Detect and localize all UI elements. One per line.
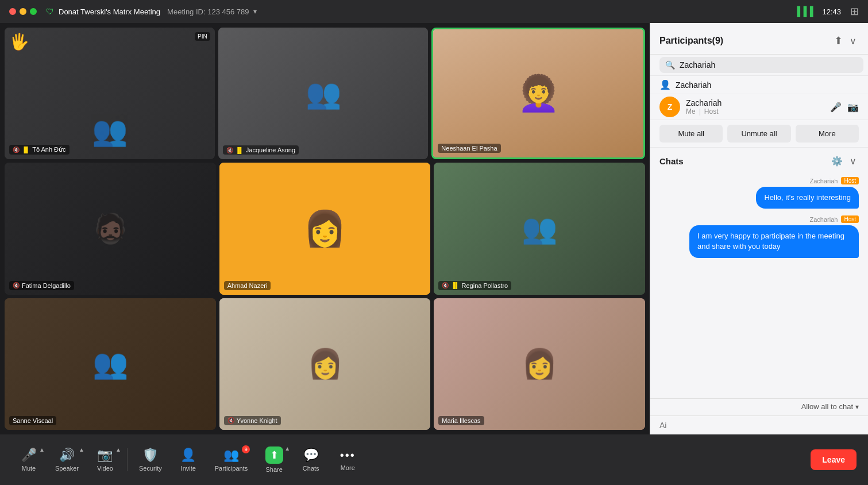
participant-name-tag: 🔇 ▐▌ Regina Pollastro	[438, 281, 511, 290]
collapse-participants-button[interactable]: ∨	[847, 33, 859, 49]
mic-icon: 🎤	[21, 448, 37, 463]
toolbar-video[interactable]: 📷 Video ▲	[88, 443, 122, 476]
participants-icon: 👥	[223, 448, 239, 463]
video-cell-fatima[interactable]: 🧔🏿 🔇 Fatima Delgadillo	[5, 163, 216, 294]
camera-icon: 📷	[97, 448, 113, 463]
toolbar-security[interactable]: 🛡️ Security	[132, 443, 169, 476]
host-badge: Host	[841, 177, 859, 184]
participant-name-tag: Ahmad Nazeri	[224, 281, 271, 290]
titlebar-right: ▐▐▐ 12:43 ⊞	[793, 5, 859, 18]
host-name: Zachariah	[686, 98, 824, 107]
video-cell-sanne[interactable]: 👥 Sanne Viscaal	[5, 298, 216, 430]
chats-label: Chats	[303, 465, 319, 472]
fullscreen-button[interactable]	[30, 8, 37, 15]
search-icon: 🔍	[665, 60, 675, 70]
video-row-3: 👥 Sanne Viscaal 👩 🔇 Yvonne Knight	[5, 298, 645, 430]
meeting-id: Meeting ID: 123 456 789	[167, 7, 249, 16]
participant-name: Regina Pollastro	[462, 282, 508, 289]
chat-input-area	[650, 415, 868, 434]
meeting-title-area: 🛡 Donat Twerski's Matrx Meeting Meeting …	[46, 7, 257, 16]
chevron-up-icon[interactable]: ▲	[39, 446, 45, 453]
speaker-icon: 🔊	[59, 448, 75, 463]
invite-icon: 👤	[180, 448, 196, 463]
video-cell-neeshaan[interactable]: 👩‍🦱 Neeshaan El Pasha	[431, 28, 645, 159]
toolbar-more[interactable]: ••• More	[330, 444, 365, 476]
video-grid: 👥 🖐 PIN 🔇 ▐▌ Tô Anh Đức 👥 🔇 ▐▌	[0, 23, 650, 434]
participants-title: Participants(9)	[659, 36, 830, 46]
mute-label: Mute	[22, 465, 36, 472]
more-label: More	[341, 464, 355, 471]
chats-title: Chats	[659, 156, 831, 166]
video-row-2: 🧔🏿 🔇 Fatima Delgadillo 👩 Ahmad Nazeri	[5, 163, 645, 294]
host-avatar: Z	[659, 97, 680, 117]
participant-name: Yvonne Knight	[237, 417, 277, 424]
collapse-chats-button[interactable]: ∨	[847, 153, 859, 169]
participant-name-tag: 🔇 Yvonne Knight	[224, 416, 281, 425]
video-cell-jacqueline[interactable]: 👥 🔇 ▐▌ Jacqueline Asong	[218, 28, 429, 159]
video-cell-yvonne[interactable]: 👩 🔇 Yvonne Knight	[219, 298, 431, 430]
muted-icon: 🔇	[13, 282, 20, 288]
shield-icon: 🛡	[46, 7, 54, 16]
video-cell-regina[interactable]: 👥 🔇 ▐▌ Regina Pollastro	[434, 163, 645, 294]
signal-icon: ▐▐▐	[793, 6, 813, 17]
host-participant-item: Z Zachariah Me | Host 🎤 📷	[650, 94, 868, 120]
muted-icon: 🔇	[227, 417, 234, 424]
toolbar-chats[interactable]: 💬 Chats	[294, 443, 328, 476]
leave-button[interactable]: Leave	[811, 449, 857, 470]
participants-badge: 9	[242, 445, 250, 453]
participant-name: Maria Illescas	[442, 417, 480, 424]
allow-chat-area: Allow all to chat ▾	[650, 398, 868, 415]
meeting-name: Donat Twerski's Matrx Meeting	[59, 7, 160, 16]
sidebar: Participants(9) ⬆ ∨ 🔍 👤 Zachariah Z Zach…	[650, 23, 868, 434]
chat-sender-1: Zachariah Host	[810, 177, 859, 184]
participants-more-button[interactable]: More	[796, 125, 859, 143]
more-icon: •••	[340, 449, 356, 462]
video-cell-to-anh-duc[interactable]: 👥 🖐 PIN 🔇 ▐▌ Tô Anh Đức	[5, 28, 215, 159]
video-cell-maria[interactable]: 👩 Maria Illescas	[434, 298, 645, 430]
grid-icon[interactable]: ⊞	[850, 5, 859, 18]
participant-name-tag: 🔇 ▐▌ Tô Anh Đức	[9, 145, 70, 155]
toolbar-share[interactable]: ⬆ Share ▲	[257, 442, 291, 478]
video-label: Video	[97, 465, 113, 472]
chat-input[interactable]	[659, 421, 859, 430]
participant-name: Ahmad Nazeri	[227, 282, 268, 289]
chat-message-2: Zachariah Host I am very happy to partic…	[659, 215, 859, 257]
search-input[interactable]	[680, 60, 858, 70]
camera-icon[interactable]: 📷	[847, 102, 859, 113]
minimize-button[interactable]	[20, 8, 26, 15]
unmute-all-button[interactable]: Unmute all	[727, 125, 790, 143]
shield-icon: 🛡️	[142, 448, 158, 463]
speaker-label: Speaker	[55, 465, 79, 472]
participant-name-tag: Maria Illescas	[438, 416, 484, 425]
share-button[interactable]: ⬆	[830, 32, 847, 49]
toolbar-speaker[interactable]: 🔊 Speaker ▲	[48, 443, 86, 476]
chevron-up-icon[interactable]: ▲	[79, 446, 84, 453]
search-bar: 🔍	[659, 57, 863, 73]
share-label: Share	[266, 466, 283, 473]
participant-search-result: 👤 Zachariah	[650, 76, 868, 94]
signal-bars-icon: ▐▌	[451, 282, 459, 288]
video-cell-ahmad[interactable]: 👩 Ahmad Nazeri	[219, 163, 431, 294]
gear-icon[interactable]: ⚙️	[831, 156, 843, 167]
host-badge: Host	[841, 215, 859, 223]
mic-icon[interactable]: 🎤	[830, 102, 842, 113]
security-label: Security	[139, 465, 162, 472]
separator-1	[127, 448, 128, 471]
clock: 12:43	[822, 7, 841, 16]
chat-bubble-2: I am very happy to participate in the me…	[689, 225, 859, 257]
signal-bars-icon: ▐▌	[236, 147, 244, 153]
toolbar-mute[interactable]: 🎤 Mute ▲	[11, 443, 46, 476]
close-button[interactable]	[9, 8, 16, 15]
hand-raise-icon: 🖐	[9, 32, 29, 51]
toolbar-participants[interactable]: 👥 Participants 9	[208, 443, 254, 476]
host-sub-info: Me | Host	[686, 107, 824, 116]
mute-all-button[interactable]: Mute all	[659, 125, 723, 143]
allow-chat-chevron[interactable]: ▾	[855, 403, 859, 411]
invite-label: Invite	[181, 465, 196, 472]
chevron-up-icon[interactable]: ▲	[115, 446, 121, 453]
toolbar-invite[interactable]: 👤 Invite	[171, 443, 206, 476]
toolbar: 🎤 Mute ▲ 🔊 Speaker ▲ 📷 Video ▲ 🛡️ Securi…	[0, 434, 868, 485]
meeting-id-chevron[interactable]: ▾	[253, 7, 257, 16]
chats-header: Chats ⚙️ ∨	[650, 148, 868, 172]
chevron-up-icon[interactable]: ▲	[284, 445, 290, 452]
